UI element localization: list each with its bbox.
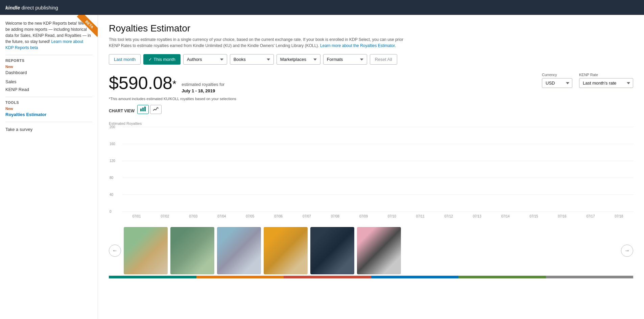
this-month-button[interactable]: ✓This month	[143, 54, 180, 65]
sidebar-item-kenp[interactable]: KENP Read	[5, 86, 92, 93]
thumbnail-card[interactable]	[124, 227, 168, 274]
brand-kindle: kindle	[5, 5, 20, 10]
bar-group	[491, 127, 520, 211]
sidebar-item-survey[interactable]: Take a survey	[5, 126, 92, 133]
thumbnail-card[interactable]	[264, 227, 308, 274]
bar-group	[236, 127, 264, 211]
strip-gray	[546, 276, 634, 278]
thumbnails-section: ← →	[109, 227, 633, 274]
sidebar-item-dashboard[interactable]: Dashboard	[5, 69, 92, 76]
bar-group	[293, 127, 321, 211]
learn-more-royalties-link[interactable]: Learn more about the Royalties Estimator…	[320, 43, 396, 48]
bar-group	[434, 127, 463, 211]
sidebar: Welcome to the new KDP Reports beta! We'…	[0, 15, 98, 319]
bar-group	[208, 127, 236, 211]
authors-select[interactable]: Authors	[183, 54, 227, 65]
royalties-left: $590.08* estimated royalties for July 1 …	[109, 73, 224, 94]
royalties-section: $590.08* estimated royalties for July 1 …	[109, 73, 633, 94]
reports-section-title: REPORTS	[5, 59, 92, 63]
bar-chart-button[interactable]	[137, 105, 149, 114]
strip-orange	[196, 276, 284, 278]
strip-blue	[371, 276, 459, 278]
line-chart-icon	[153, 107, 159, 111]
svg-rect-0	[140, 109, 142, 111]
thumbnail-card[interactable]	[170, 227, 214, 274]
thumbnail-card[interactable]	[217, 227, 261, 274]
filter-bar: Last month ✓This month Authors Books Mar…	[109, 54, 633, 65]
top-nav: kindle direct publishing	[0, 0, 644, 15]
sidebar-divider-3	[5, 122, 92, 122]
currency-kenp: Currency USD EUR GBP KENP Rate Last mont…	[542, 73, 633, 88]
royalties-group: New Royalties Estimator	[5, 107, 92, 118]
prev-button[interactable]: ←	[109, 245, 121, 257]
strip-teal	[109, 276, 196, 278]
royalties-amount: $590.08	[109, 73, 172, 93]
bar-group	[321, 127, 350, 211]
bar-group	[406, 127, 434, 211]
strip-red	[284, 276, 371, 278]
currency-label: Currency	[542, 73, 572, 77]
chart-view-label: CHART VIEW	[109, 109, 135, 113]
main-content: Royalties Estimator This tool lets you e…	[98, 15, 644, 319]
currency-group: Currency USD EUR GBP	[542, 73, 572, 88]
dashboard-group: New Dashboard	[5, 65, 92, 76]
royalties-note: *This amount includes estimated KU/KOLL …	[109, 97, 633, 101]
royalties-label: estimated royalties for July 1 - 18, 201…	[182, 82, 224, 94]
sidebar-item-royalties[interactable]: Royalties Estimator	[5, 111, 92, 118]
chart-area: 2001601208040007/0107/0207/0307/0407/050…	[109, 127, 633, 222]
thumbnail-card[interactable]	[310, 227, 354, 274]
royalties-new-tag: New	[5, 107, 92, 111]
bar-group	[548, 127, 576, 211]
bar-group	[151, 127, 179, 211]
chart-toggle	[137, 105, 162, 114]
thumbnail-card[interactable]	[357, 227, 401, 274]
books-select[interactable]: Books	[230, 54, 274, 65]
sidebar-divider-1	[5, 55, 92, 55]
bar-group	[122, 127, 151, 211]
chart-container: Estimated Royalties 2001601208040007/010…	[109, 121, 633, 222]
kenp-select[interactable]: Last month's rate This month's rate Cust…	[579, 78, 633, 88]
bar-group	[520, 127, 548, 211]
thumbnails-wrapper	[121, 227, 621, 274]
currency-select[interactable]: USD EUR GBP	[542, 78, 572, 88]
bar-group	[576, 127, 605, 211]
bar-chart-icon	[140, 107, 146, 111]
bar-group	[378, 127, 406, 211]
chart-y-label: Estimated Royalties	[109, 121, 633, 126]
tools-section-title: TOOLS	[5, 100, 92, 105]
bar-group	[264, 127, 293, 211]
svg-rect-1	[142, 108, 144, 111]
formats-select[interactable]: Formats	[323, 54, 367, 65]
bar-group	[463, 127, 491, 211]
sidebar-divider-2	[5, 97, 92, 97]
sidebar-welcome: Welcome to the new KDP Reports beta! We'…	[5, 20, 92, 51]
chart-view-row: CHART VIEW	[109, 105, 633, 119]
strip-green	[458, 276, 546, 278]
bottom-strips	[109, 276, 633, 278]
bar-group	[605, 127, 633, 211]
bar-group	[179, 127, 208, 211]
dashboard-new-tag: New	[5, 65, 92, 69]
last-month-button[interactable]: Last month	[109, 54, 141, 65]
sidebar-item-sales[interactable]: Sales	[5, 78, 92, 86]
royalties-asterisk: *	[172, 78, 176, 89]
marketplaces-select[interactable]: Marketplaces	[277, 54, 320, 65]
page-description: This tool lets you estimate royalties in…	[109, 37, 413, 49]
next-button[interactable]: →	[621, 245, 633, 257]
svg-rect-2	[144, 107, 146, 111]
page-title: Royalties Estimator	[109, 23, 633, 34]
brand-logo: kindle direct publishing	[5, 5, 58, 10]
kenp-label: KENP Rate	[579, 73, 633, 77]
line-chart-button[interactable]	[150, 105, 162, 114]
bar-group	[350, 127, 378, 211]
kenp-group: KENP Rate Last month's rate This month's…	[579, 73, 633, 88]
reset-all-button[interactable]: Reset All	[370, 54, 397, 65]
brand-rest: direct publishing	[22, 5, 58, 10]
